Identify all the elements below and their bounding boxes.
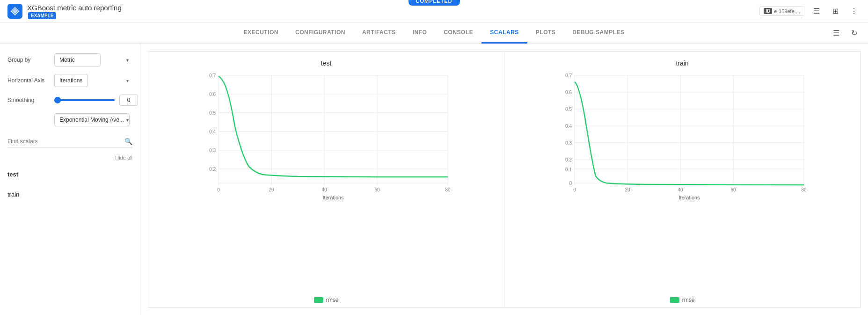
search-input[interactable] [7, 138, 124, 145]
svg-text:0.7: 0.7 [209, 73, 216, 78]
svg-text:0: 0 [573, 187, 576, 192]
svg-text:0.4: 0.4 [209, 129, 216, 134]
svg-text:0.3: 0.3 [565, 140, 572, 146]
tab-scalars[interactable]: SCALARS [481, 22, 527, 44]
tab-artifacts[interactable]: ARTIFACTS [354, 22, 404, 44]
test-legend-color [314, 297, 323, 303]
tab-debug-samples[interactable]: DEBUG SAMPLES [564, 22, 633, 44]
svg-text:0.1: 0.1 [565, 167, 572, 172]
train-chart-svg: 0.7 0.6 0.5 0.4 0.3 0.2 0.1 0 0 20 40 60… [508, 71, 856, 202]
svg-text:0: 0 [217, 187, 220, 192]
test-chart-svg: 0.7 0.6 0.5 0.4 0.3 0.2 0 20 40 60 80 It… [152, 71, 500, 202]
smoothing-label: Smoothing [7, 97, 50, 103]
svg-text:40: 40 [321, 187, 327, 192]
test-chart-title: test [321, 59, 332, 67]
status-badge: COMPLETED [408, 0, 460, 6]
svg-text:20: 20 [269, 187, 274, 192]
top-bar-right: ID e-159efe.... ☰ ⊞ ⋮ [759, 5, 861, 18]
nav-right-icons: ☰ ↻ [830, 27, 861, 40]
tab-configuration[interactable]: CONFIGURATION [287, 22, 354, 44]
app-logo [7, 4, 22, 19]
nav-tabs: EXECUTION CONFIGURATION ARTIFACTS INFO C… [0, 22, 868, 44]
svg-text:60: 60 [374, 187, 380, 192]
svg-text:0.6: 0.6 [565, 90, 572, 95]
sidebar-item-test[interactable]: test [7, 168, 132, 181]
menu-icon[interactable]: ⋮ [847, 5, 861, 18]
layout-icon[interactable]: ⊞ [829, 5, 842, 18]
horizontal-axis-select[interactable]: Iterations Time Epoch [54, 74, 88, 87]
group-by-label: Group by [7, 57, 50, 63]
svg-text:0: 0 [569, 181, 572, 186]
group-by-row: Group by Metric Metric+Variant [7, 53, 132, 66]
group-by-select[interactable]: Metric Metric+Variant [54, 53, 101, 66]
smoothing-type-select[interactable]: Exponential Moving Ave... None [54, 113, 130, 126]
svg-text:0.3: 0.3 [209, 148, 216, 153]
svg-text:Iterations: Iterations [322, 195, 344, 200]
svg-text:40: 40 [678, 187, 683, 192]
top-bar: XGBoost metric auto reporting EXAMPLE CO… [0, 0, 868, 22]
tab-info[interactable]: INFO [404, 22, 436, 44]
tab-console[interactable]: CONSOLE [435, 22, 481, 44]
hide-all-link[interactable]: Hide all [7, 155, 132, 161]
tab-execution[interactable]: EXECUTION [235, 22, 287, 44]
list-view-icon[interactable]: ☰ [830, 27, 843, 40]
app-title: XGBoost metric auto reporting [27, 4, 122, 12]
svg-text:0.6: 0.6 [209, 92, 216, 97]
svg-text:0.2: 0.2 [565, 157, 572, 162]
train-legend-label: rmse [682, 297, 695, 303]
train-legend-color [670, 297, 679, 303]
svg-text:80: 80 [801, 187, 807, 192]
smoothing-type-wrapper: Exponential Moving Ave... None [54, 113, 132, 126]
charts-area: test 0. [140, 44, 868, 315]
test-chart-wrapper: 0.7 0.6 0.5 0.4 0.3 0.2 0 20 40 60 80 It… [152, 71, 500, 294]
train-chart-wrapper: 0.7 0.6 0.5 0.4 0.3 0.2 0.1 0 0 20 40 60… [508, 71, 856, 294]
smoothing-value-input[interactable] [119, 95, 138, 106]
svg-text:20: 20 [625, 187, 630, 192]
horizontal-axis-select-wrapper: Iterations Time Epoch [54, 74, 132, 87]
train-chart-legend: rmse [670, 297, 695, 303]
search-area: 🔍 [7, 138, 132, 147]
document-icon[interactable]: ☰ [810, 5, 823, 18]
svg-text:0.5: 0.5 [209, 110, 216, 116]
horizontal-axis-label: Horizontal Axis [7, 77, 50, 84]
svg-text:0.2: 0.2 [209, 167, 216, 172]
refresh-icon[interactable]: ↻ [847, 27, 861, 40]
svg-text:0.5: 0.5 [565, 107, 572, 112]
smoothing-type-select-wrapper: Exponential Moving Ave... None [54, 113, 132, 126]
svg-text:Iterations: Iterations [678, 195, 700, 200]
sidebar-item-train[interactable]: train [7, 188, 132, 201]
sidebar: Group by Metric Metric+Variant Horizonta… [0, 44, 140, 315]
test-legend-label: rmse [326, 297, 339, 303]
svg-text:0.7: 0.7 [565, 73, 572, 78]
svg-text:0.4: 0.4 [565, 124, 572, 129]
test-chart-legend: rmse [314, 297, 339, 303]
test-chart-container: test 0. [148, 51, 504, 308]
svg-text:60: 60 [730, 187, 736, 192]
horizontal-axis-row: Horizontal Axis Iterations Time Epoch [7, 74, 132, 87]
id-badge: ID e-159efe.... [759, 6, 804, 16]
smoothing-row: Smoothing [7, 95, 132, 106]
tab-plots[interactable]: PLOTS [527, 22, 564, 44]
logo-area: XGBoost metric auto reporting EXAMPLE [7, 4, 122, 19]
id-label: ID [764, 8, 772, 14]
train-chart-container: train [504, 51, 861, 308]
example-badge: EXAMPLE [28, 12, 56, 19]
smoothing-slider[interactable] [54, 99, 115, 101]
id-value: e-159efe.... [774, 8, 800, 14]
main-layout: Group by Metric Metric+Variant Horizonta… [0, 44, 868, 315]
train-chart-title: train [676, 59, 688, 67]
svg-text:80: 80 [445, 187, 451, 192]
group-by-select-wrapper: Metric Metric+Variant [54, 53, 132, 66]
search-icon: 🔍 [124, 138, 132, 145]
